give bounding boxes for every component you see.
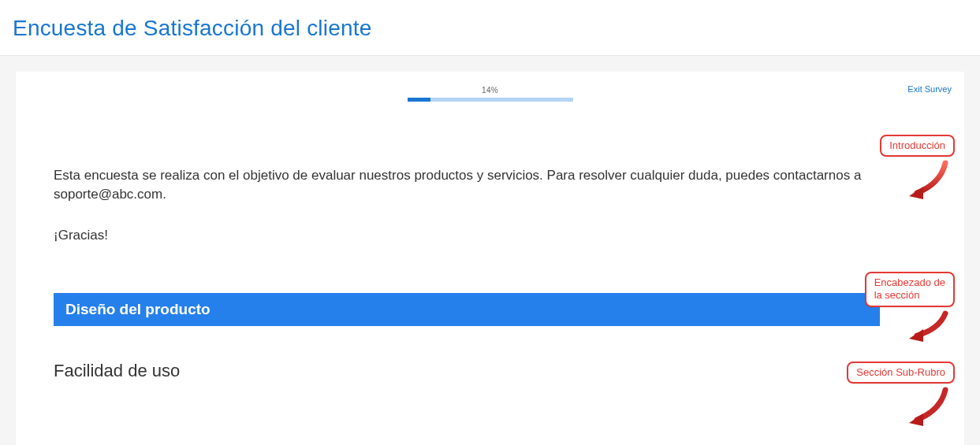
exit-survey-link[interactable]: Exit Survey	[907, 84, 952, 94]
intro-paragraph: Esta encuesta se realiza con el objetivo…	[54, 166, 926, 204]
survey-card: 14% Exit Survey Esta encuesta se realiza…	[16, 72, 964, 445]
intro-thanks: ¡Gracias!	[54, 226, 926, 245]
survey-area: 14% Exit Survey Esta encuesta se realiza…	[0, 56, 980, 445]
survey-top-row: 14% Exit Survey	[16, 80, 964, 111]
sub-section-heading: Facilidad de uso	[54, 361, 926, 381]
progress-indicator: 14%	[408, 86, 573, 102]
section-header: Diseño del producto	[54, 293, 880, 326]
svg-marker-2	[909, 413, 923, 426]
progress-label: 14%	[408, 86, 573, 95]
progress-bar-track	[408, 98, 573, 102]
page-title: Encuesta de Satisfacción del cliente	[13, 16, 980, 41]
arrow-icon	[906, 387, 953, 426]
progress-bar-fill	[408, 98, 430, 102]
title-bar: Encuesta de Satisfacción del cliente	[0, 0, 980, 56]
intro-block: Esta encuesta se realiza con el objetivo…	[54, 166, 926, 244]
survey-content: Esta encuesta se realiza con el objetivo…	[16, 111, 964, 381]
